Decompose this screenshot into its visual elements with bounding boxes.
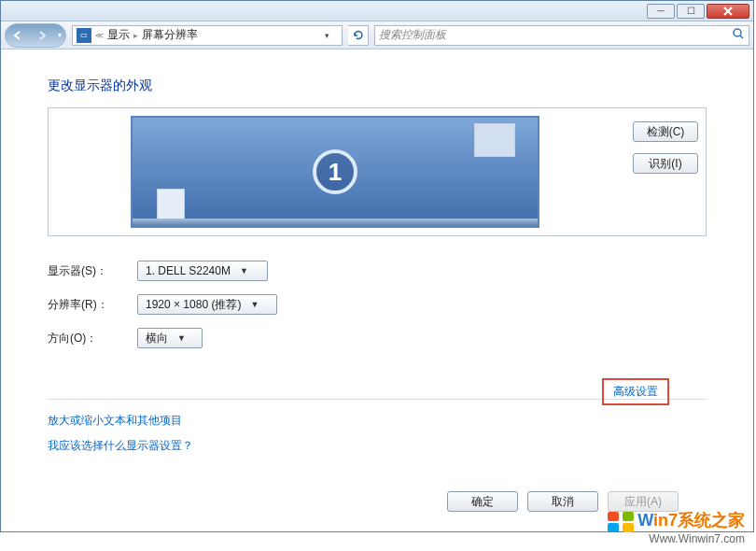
preview-taskbar-icon bbox=[133, 219, 538, 226]
breadcrumb[interactable]: ▭ ≪ 显示 ▸ 屏幕分辨率 ▾ bbox=[72, 25, 343, 46]
monitor-label: 显示器(S)： bbox=[48, 263, 120, 279]
monitor-preview[interactable]: 1 bbox=[131, 116, 539, 228]
orientation-label: 方向(O)： bbox=[48, 331, 120, 346]
search-icon bbox=[732, 27, 745, 43]
navbar: ▾ ▭ ≪ 显示 ▸ 屏幕分辨率 ▾ 搜索控制面板 bbox=[1, 21, 753, 49]
ok-button[interactable]: 确定 bbox=[447, 491, 518, 512]
apply-button[interactable]: 应用(A) bbox=[608, 491, 679, 512]
watermark-url: Www.Winwin7.com bbox=[608, 532, 745, 545]
resolution-select[interactable]: 1920 × 1080 (推荐) ▼ bbox=[137, 294, 277, 315]
monitor-value: 1. DELL S2240M bbox=[146, 264, 231, 277]
help-links: 放大或缩小文本和其他项目 我应该选择什么显示器设置？ bbox=[48, 413, 707, 454]
arrow-right-icon bbox=[36, 30, 48, 41]
advanced-settings-link[interactable]: 高级设置 bbox=[613, 385, 658, 398]
preview-window-icon bbox=[157, 189, 185, 222]
minimize-icon: ─ bbox=[657, 7, 664, 16]
refresh-icon bbox=[352, 29, 365, 42]
search-input[interactable]: 搜索控制面板 bbox=[374, 25, 749, 46]
breadcrumb-resolution[interactable]: 屏幕分辨率 bbox=[142, 27, 198, 43]
minimize-button[interactable]: ─ bbox=[647, 4, 675, 19]
breadcrumb-display[interactable]: 显示 bbox=[107, 27, 130, 43]
svg-point-0 bbox=[734, 29, 741, 36]
control-panel-icon: ▭ bbox=[77, 28, 91, 43]
preview-window-icon bbox=[474, 123, 515, 157]
breadcrumb-dropdown[interactable]: ▾ bbox=[325, 31, 338, 40]
chevron-right-icon: ≪ bbox=[95, 31, 104, 40]
text-scaling-link[interactable]: 放大或缩小文本和其他项目 bbox=[48, 413, 707, 429]
resolution-label: 分辨率(R)： bbox=[48, 297, 120, 313]
arrow-left-icon bbox=[12, 30, 23, 41]
chevron-down-icon: ▼ bbox=[177, 333, 186, 343]
chevron-down-icon: ▼ bbox=[250, 300, 259, 309]
nav-back-forward: ▾ bbox=[5, 23, 66, 48]
preview-side-buttons: 检测(C) 识别(I) bbox=[633, 116, 698, 228]
maximize-button[interactable]: ☐ bbox=[677, 4, 705, 19]
cancel-button[interactable]: 取消 bbox=[527, 491, 598, 512]
which-settings-link[interactable]: 我应该选择什么显示器设置？ bbox=[48, 438, 707, 454]
chevron-down-icon: ▼ bbox=[240, 266, 248, 276]
orientation-row: 方向(O)： 横向 ▼ bbox=[48, 328, 707, 348]
advanced-settings-highlight: 高级设置 bbox=[602, 378, 669, 405]
identify-button[interactable]: 识别(I) bbox=[633, 153, 698, 174]
resolution-value: 1920 × 1080 (推荐) bbox=[146, 297, 241, 313]
close-button[interactable] bbox=[707, 4, 749, 19]
resolution-row: 分辨率(R)： 1920 × 1080 (推荐) ▼ bbox=[48, 294, 707, 315]
monitor-row: 显示器(S)： 1. DELL S2240M ▼ bbox=[48, 261, 707, 281]
nav-history-dropdown[interactable]: ▾ bbox=[54, 31, 65, 39]
settings-form: 显示器(S)： 1. DELL S2240M ▼ 分辨率(R)： 1920 × … bbox=[48, 261, 707, 348]
windows-flag-icon bbox=[608, 512, 634, 532]
detect-button[interactable]: 检测(C) bbox=[633, 121, 698, 142]
nav-forward-button[interactable] bbox=[30, 23, 54, 48]
footer-buttons: 确定 取消 应用(A) bbox=[48, 491, 707, 512]
monitor-select[interactable]: 1. DELL S2240M ▼ bbox=[137, 261, 268, 281]
watermark: Win7系统之家 Www.Winwin7.com bbox=[608, 511, 745, 545]
orientation-select[interactable]: 横向 ▼ bbox=[137, 328, 203, 348]
content-area: 更改显示器的外观 1 检测(C) 识别(I) 显示器(S)： 1. DELL S… bbox=[1, 49, 753, 530]
titlebar: ─ ☐ bbox=[1, 1, 753, 21]
close-icon bbox=[723, 7, 733, 16]
maximize-icon: ☐ bbox=[687, 7, 695, 16]
refresh-button[interactable] bbox=[348, 25, 369, 46]
search-placeholder: 搜索控制面板 bbox=[379, 27, 446, 43]
chevron-right-icon: ▸ bbox=[133, 31, 138, 40]
preview-row: 1 检测(C) 识别(I) bbox=[48, 107, 707, 236]
orientation-value: 横向 bbox=[146, 331, 168, 346]
window: ─ ☐ ▾ ▭ ≪ 显示 ▸ 屏幕分辨率 ▾ bbox=[0, 0, 754, 532]
monitor-number-badge: 1 bbox=[313, 149, 357, 194]
page-title: 更改显示器的外观 bbox=[48, 78, 707, 94]
nav-back-button[interactable] bbox=[6, 23, 30, 48]
watermark-title: Win7系统之家 bbox=[608, 511, 745, 531]
